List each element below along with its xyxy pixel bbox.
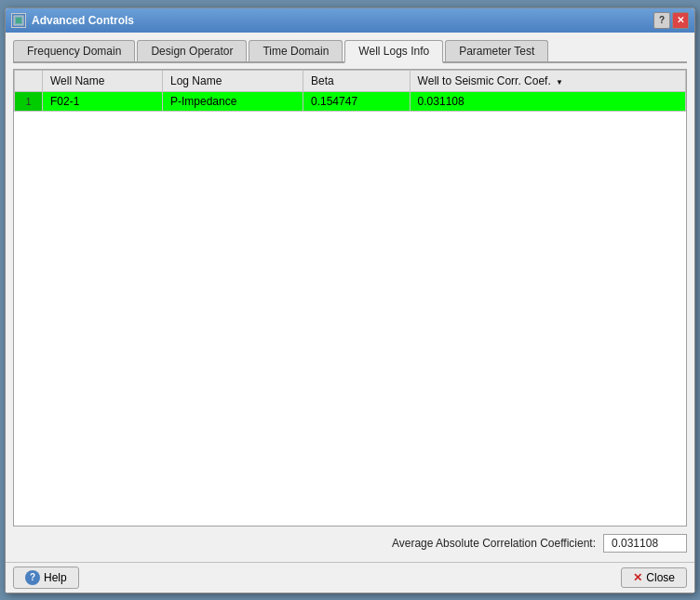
bottom-bar: Average Absolute Correlation Coefficient… [13,532,687,554]
tab-bar: Frequency Domain Design Operator Time Do… [13,40,687,63]
footer: ? Help ✕ Close [6,562,694,593]
well-logs-table: Well Name Log Name Beta Well to Seismic … [14,70,686,112]
close-button-label: Close [646,571,675,584]
help-title-button[interactable]: ? [653,12,670,29]
svg-rect-1 [16,18,21,23]
beta-cell: 0.154747 [303,91,411,111]
tab-well-logs-info[interactable]: Well Logs Info [344,40,443,63]
well-name-cell: F02-1 [43,91,163,111]
col-header-beta[interactable]: Beta [303,70,411,91]
title-buttons: ? ✕ [653,12,689,29]
col-header-corr-coef[interactable]: Well to Seismic Corr. Coef. ▼ [410,70,685,91]
col-header-log-name[interactable]: Log Name [162,70,303,91]
help-button-label: Help [44,571,67,584]
window-title: Advanced Controls [32,14,134,27]
tab-time-domain[interactable]: Time Domain [249,40,343,61]
close-icon: ✕ [633,571,642,584]
col-header-well-name[interactable]: Well Name [43,70,163,91]
tab-design-operator[interactable]: Design Operator [137,40,247,61]
title-bar: Advanced Controls ? ✕ [6,8,694,33]
content-area: Frequency Domain Design Operator Time Do… [6,33,694,562]
tab-frequency-domain[interactable]: Frequency Domain [13,40,135,61]
sort-icon: ▼ [556,78,563,87]
main-window: Advanced Controls ? ✕ Frequency Domain D… [5,7,695,593]
table-row[interactable]: 1 F02-1 P-Impedance 0.154747 0.031108 [15,91,686,111]
title-bar-left: Advanced Controls [11,13,134,28]
corr-coef-cell: 0.031108 [410,91,685,111]
row-num-cell: 1 [15,91,43,111]
table-container: Well Name Log Name Beta Well to Seismic … [13,69,687,527]
help-icon: ? [25,570,40,585]
close-title-button[interactable]: ✕ [672,12,689,29]
tab-parameter-test[interactable]: Parameter Test [445,40,548,61]
table-header-row: Well Name Log Name Beta Well to Seismic … [15,70,686,91]
help-button[interactable]: ? Help [13,567,79,589]
col-header-row-num [15,70,43,91]
avg-coeff-label: Average Absolute Correlation Coefficient… [392,537,596,550]
avg-coeff-value: 0.031108 [603,534,687,553]
log-name-cell: P-Impedance [162,91,303,111]
close-footer-button[interactable]: ✕ Close [621,567,687,588]
window-icon [11,13,26,28]
